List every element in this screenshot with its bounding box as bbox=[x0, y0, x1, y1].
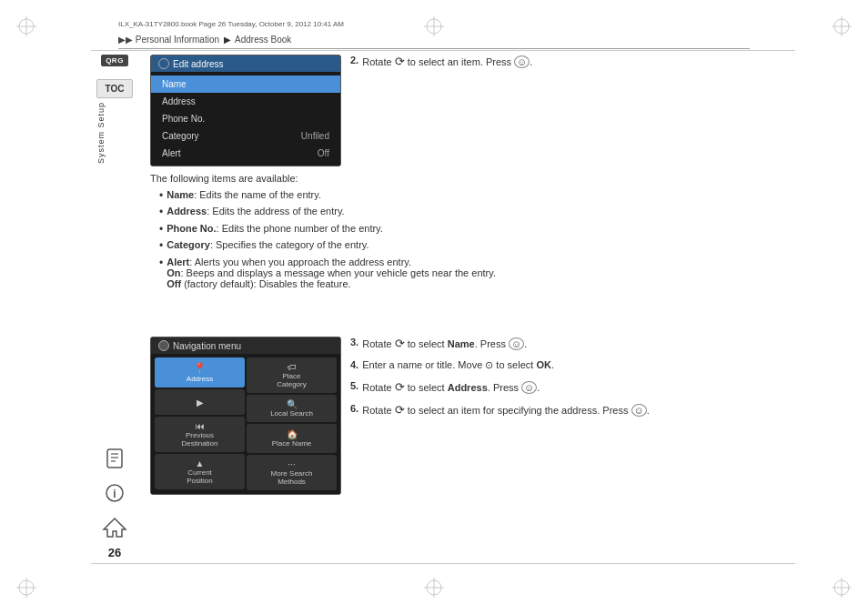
file-info: ILX_KA-31TY2800.book Page 26 Tuesday, Oc… bbox=[118, 20, 344, 28]
nav-cell-local-search: 🔍 Local Search bbox=[247, 395, 337, 422]
edit-address-title: Edit address bbox=[173, 59, 224, 69]
bottom-divider bbox=[91, 563, 795, 564]
list-item: Category: Specifies the category of the … bbox=[159, 239, 795, 252]
edit-address-list: Name Address Phone No. Category Unfiled … bbox=[151, 72, 340, 166]
nav-screen-box: Navigation menu 📍 Address ▶ ⏮ Previous D bbox=[150, 337, 341, 495]
list-item-address: Address bbox=[151, 93, 340, 110]
nav-menu-screen: Navigation menu 📍 Address ▶ ⏮ Previous D bbox=[150, 337, 341, 495]
step-2: 2. Rotate ⟳ to select an item. Press ☺. bbox=[350, 55, 795, 68]
breadcrumb-arrow1: ▶▶ bbox=[118, 35, 133, 45]
nav-cell-more-search: ··· More Search Methods bbox=[247, 455, 337, 490]
list-item: Name: Edits the name of the entry. bbox=[159, 189, 795, 202]
edit-address-screen: Edit address Name Address Phone No. Cate… bbox=[150, 55, 341, 166]
main-content: Edit address Name Address Phone No. Cate… bbox=[150, 55, 795, 559]
top-divider bbox=[91, 50, 795, 51]
sidebar-icon-info[interactable]: i bbox=[101, 479, 128, 507]
nav-cell-address: 📍 Address bbox=[155, 357, 245, 388]
bullet-list: Name: Edits the name of the entry. Addre… bbox=[159, 189, 795, 289]
page-number: 26 bbox=[91, 546, 138, 559]
list-item-phone: Phone No. bbox=[151, 110, 340, 127]
step-5: 5. Rotate ⟳ to select Address. Press ☺. bbox=[350, 380, 795, 394]
nav-title-text: Navigation menu bbox=[173, 341, 241, 351]
list-item: Alert: Alerts you when you approach the … bbox=[159, 257, 795, 289]
steps-right: 2. Rotate ⟳ to select an item. Press ☺. bbox=[350, 55, 795, 77]
breadcrumb-separator: ▶ bbox=[224, 35, 231, 45]
nav-cell-current-pos: ▲ Current Position bbox=[155, 454, 245, 489]
nav-title-bar: Navigation menu bbox=[151, 337, 340, 354]
step-4: 4. Enter a name or title. Move ⊙ to sele… bbox=[350, 359, 795, 371]
sidebar-icon-home[interactable] bbox=[101, 514, 128, 541]
list-item-name: Name bbox=[151, 75, 340, 93]
nav-title-icon bbox=[158, 340, 169, 351]
qrg-badge[interactable]: QRG bbox=[101, 55, 128, 66]
list-item-category: Category Unfiled bbox=[151, 127, 340, 145]
nav-cell-prev-dest: ⏮ Previous Destination bbox=[155, 417, 245, 452]
list-item: Address: Edits the address of the entry. bbox=[159, 206, 795, 218]
step-6: 6. Rotate ⟳ to select an item for specif… bbox=[350, 403, 795, 417]
corner-mark-br bbox=[832, 578, 852, 598]
nav-cell-empty: ▶ bbox=[155, 389, 245, 415]
system-setup-label: System Setup bbox=[96, 102, 106, 164]
nav-cell-place-name: 🏠 Place Name bbox=[247, 424, 337, 453]
sidebar-bottom-icons: i bbox=[91, 445, 138, 541]
list-item: Phone No.: Edits the phone number of the… bbox=[159, 223, 795, 236]
steps-3-6: 3. Rotate ⟳ to select Name. Press ☺. 4. … bbox=[350, 337, 795, 426]
corner-mark-tc bbox=[424, 16, 444, 36]
edit-address-title-bar: Edit address bbox=[151, 55, 340, 72]
nav-cell-place-cat: 🏷 Place Category bbox=[247, 357, 337, 393]
list-item-alert: Alert Off bbox=[151, 145, 340, 162]
sidebar-icon-bookmark[interactable] bbox=[101, 445, 128, 472]
corner-mark-tr bbox=[832, 16, 852, 36]
step-3: 3. Rotate ⟳ to select Name. Press ☺. bbox=[350, 337, 795, 350]
section-intro: The following items are available: bbox=[150, 173, 795, 184]
corner-mark-bl bbox=[16, 578, 36, 598]
text-content: The following items are available: Name:… bbox=[150, 173, 795, 298]
svg-rect-18 bbox=[107, 449, 122, 468]
header-bar: ▶▶ Personal Information ▶ Address Book bbox=[118, 35, 750, 49]
corner-mark-bc bbox=[424, 578, 444, 598]
toc-badge[interactable]: TOC bbox=[96, 79, 133, 98]
edit-address-screen-box: Edit address Name Address Phone No. Cate… bbox=[150, 55, 341, 166]
breadcrumb-item1: Personal Information bbox=[136, 35, 219, 45]
breadcrumb-item2: Address Book bbox=[235, 35, 291, 45]
svg-marker-24 bbox=[104, 518, 126, 537]
screen-title-icon bbox=[158, 58, 169, 69]
breadcrumb: ▶▶ Personal Information ▶ Address Book bbox=[118, 35, 750, 45]
corner-mark-tl bbox=[16, 16, 36, 36]
svg-text:i: i bbox=[113, 488, 116, 500]
